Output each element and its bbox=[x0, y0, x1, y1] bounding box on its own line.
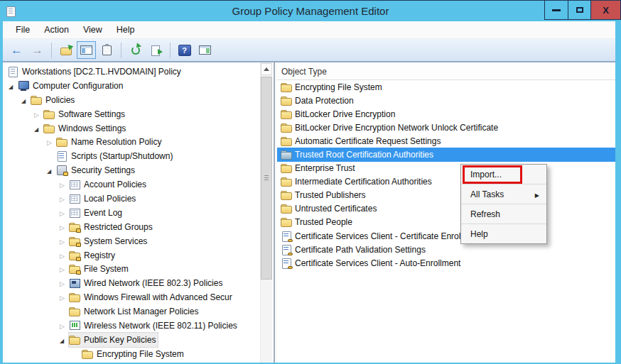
tree-expander-collapsed-icon[interactable] bbox=[60, 293, 69, 302]
up-one-level-button[interactable] bbox=[56, 41, 75, 59]
tree-expander-expanded-icon[interactable] bbox=[60, 336, 69, 344]
tree-item-windows-settings[interactable]: Windows Settings bbox=[3, 121, 274, 136]
list-item-intermediate-certification-authorities[interactable]: Intermediate Certification Authorities bbox=[277, 175, 615, 189]
tree-item-file-system[interactable]: File System bbox=[3, 262, 274, 276]
tree-expander-collapsed-icon[interactable] bbox=[60, 194, 69, 203]
list-item-data-protection[interactable]: Data Protection bbox=[277, 94, 615, 107]
folder-icon bbox=[31, 95, 42, 105]
menu-help[interactable]: Help bbox=[109, 25, 142, 35]
tree-item-wired-network-ieee-802-3-policies[interactable]: Wired Network (IEEE 802.3) Policies bbox=[3, 276, 274, 290]
list-item-untrusted-certificates[interactable]: Untrusted Certificates bbox=[277, 202, 615, 216]
minus-icon bbox=[552, 9, 561, 11]
tree-expander-expanded-icon[interactable] bbox=[21, 96, 31, 104]
toolbar bbox=[3, 39, 615, 62]
folder-icon bbox=[281, 204, 292, 214]
tree-expander-collapsed-icon[interactable] bbox=[60, 223, 69, 231]
tree-item-wireless-network-ieee-802-11-policies[interactable]: Wireless Network (IEEE 802.11) Policies bbox=[3, 319, 274, 333]
menubar: FileActionViewHelp bbox=[3, 21, 615, 39]
tree-item-software-settings[interactable]: Software Settings bbox=[3, 107, 274, 121]
tree-expander-collapsed-icon[interactable] bbox=[47, 138, 56, 146]
app-gpo-scroll-icon bbox=[5, 6, 16, 16]
tree-item-public-key-policies[interactable]: Public Key Policies bbox=[3, 333, 274, 347]
folder-icon bbox=[281, 123, 292, 133]
help-button[interactable] bbox=[175, 41, 194, 59]
list-item-trusted-root-certification-authorities[interactable]: Trusted Root Certification Authorities bbox=[277, 148, 615, 161]
lock-icon bbox=[76, 270, 81, 275]
tree-item-local-policies[interactable]: Local Policies bbox=[3, 192, 274, 206]
tree-expander-collapsed-icon[interactable] bbox=[60, 321, 69, 330]
tree-item-workstations-dc2-tl-hvdomain-policy[interactable]: Workstations [DC2.TL.HVDOMAIN] Policy bbox=[3, 65, 274, 79]
list-item-enterprise-trust[interactable]: Enterprise Trust bbox=[277, 162, 615, 175]
tree-expander-expanded-icon[interactable] bbox=[47, 166, 56, 175]
list-item-trusted-publishers[interactable]: Trusted Publishers bbox=[277, 189, 615, 202]
context-menu-items: Import...All TasksRefreshHelp bbox=[461, 165, 546, 243]
minimize-button[interactable] bbox=[545, 1, 568, 19]
tree-expander-expanded-icon[interactable] bbox=[9, 82, 18, 90]
list-item-bitlocker-drive-encryption[interactable]: BitLocker Drive Encryption bbox=[277, 107, 615, 121]
list-item-certificate-services-client-certificate-en[interactable]: Certificate Services Client - Certificat… bbox=[277, 229, 615, 243]
back-button[interactable] bbox=[7, 41, 26, 59]
folder-icon bbox=[281, 163, 292, 173]
tree-item-security-settings[interactable]: Security Settings bbox=[3, 163, 274, 177]
key-icon bbox=[288, 253, 293, 255]
tree-expander-collapsed-icon[interactable] bbox=[60, 251, 69, 260]
wired-network-icon bbox=[69, 278, 80, 288]
action-pane-toggle[interactable] bbox=[195, 41, 215, 59]
tree-item-restricted-groups[interactable]: Restricted Groups bbox=[3, 220, 274, 234]
tree-item-label: Encrypting File System bbox=[96, 349, 184, 359]
tree-scrollbar[interactable] bbox=[260, 62, 272, 363]
export-list-button[interactable] bbox=[146, 41, 166, 59]
list-item-bitlocker-drive-encryption-network-unlock-[interactable]: BitLocker Drive Encryption Network Unloc… bbox=[277, 121, 615, 134]
close-button[interactable] bbox=[590, 1, 620, 19]
result-list: Encrypting File SystemData ProtectionBit… bbox=[277, 80, 615, 270]
object-type-column-header[interactable]: Object Type bbox=[277, 64, 615, 80]
tree-expander-expanded-icon[interactable] bbox=[34, 124, 43, 133]
list-item-label: Encrypting File System bbox=[295, 82, 382, 92]
tree-expander-collapsed-icon[interactable] bbox=[34, 110, 43, 118]
tree-item-windows-firewall-with-advanced-secur[interactable]: Windows Firewall with Advanced Secur bbox=[3, 290, 274, 304]
list-item-automatic-certificate-request-settings[interactable]: Automatic Certificate Request Settings bbox=[277, 134, 615, 148]
tree-item-registry[interactable]: Registry bbox=[3, 248, 274, 263]
tree-expander-collapsed-icon[interactable] bbox=[60, 279, 69, 287]
context-menu-item-refresh[interactable]: Refresh bbox=[461, 204, 546, 224]
context-menu-item-help[interactable]: Help bbox=[461, 224, 546, 243]
refresh-button[interactable] bbox=[126, 41, 145, 59]
tree-item-event-log[interactable]: Event Log bbox=[3, 206, 274, 220]
tree-item-policies[interactable]: Policies bbox=[3, 93, 274, 107]
tree-expander-collapsed-icon[interactable] bbox=[60, 237, 69, 246]
menu-file[interactable]: File bbox=[9, 25, 37, 35]
menu-view[interactable]: View bbox=[76, 25, 109, 35]
forward-button[interactable] bbox=[28, 41, 47, 59]
console-tree-toggle[interactable] bbox=[77, 41, 96, 59]
tree-item-network-list-manager-policies[interactable]: Network List Manager Policies bbox=[3, 304, 274, 319]
list-item-certificate-services-client-auto-enrollmen[interactable]: Certificate Services Client - Auto-Enrol… bbox=[277, 256, 615, 270]
tree-expander-collapsed-icon[interactable] bbox=[60, 209, 69, 217]
maximize-button[interactable] bbox=[568, 1, 590, 19]
toolbar-separator bbox=[121, 43, 122, 58]
tree-item-inner: Windows Firewall with Advanced Secur bbox=[69, 290, 234, 304]
list-item-trusted-people[interactable]: Trusted People bbox=[277, 216, 615, 229]
tree-expander-collapsed-icon[interactable] bbox=[60, 265, 69, 273]
tree-item-label: Local Policies bbox=[83, 194, 136, 204]
tree-item-computer-configuration[interactable]: Computer Configuration bbox=[3, 79, 274, 93]
tree-item-encrypting-file-system[interactable]: Encrypting File System bbox=[3, 347, 274, 361]
context-menu-item-import[interactable]: Import... bbox=[461, 165, 546, 184]
context-menu-item-all-tasks[interactable]: All Tasks bbox=[461, 184, 546, 204]
tree-expander-collapsed-icon[interactable] bbox=[60, 180, 69, 189]
tree-item-name-resolution-policy[interactable]: Name Resolution Policy bbox=[3, 135, 274, 149]
list-item-certificate-path-validation-settings[interactable]: Certificate Path Validation Settings bbox=[277, 243, 615, 256]
menu-action[interactable]: Action bbox=[37, 25, 76, 35]
list-item-encrypting-file-system[interactable]: Encrypting File System bbox=[277, 80, 615, 94]
scrollbar-thumb[interactable] bbox=[261, 77, 272, 280]
tree-item-inner: Security Settings bbox=[56, 163, 137, 177]
properties-button[interactable] bbox=[97, 41, 117, 59]
tree-item-scripts-startup-shutdown[interactable]: Scripts (Startup/Shutdown) bbox=[3, 149, 274, 163]
tree-item-account-policies[interactable]: Account Policies bbox=[3, 177, 274, 192]
scrollbar-up-arrow[interactable] bbox=[261, 63, 272, 75]
tree-item-data-protection[interactable]: Data Protection bbox=[3, 361, 274, 363]
tree-item-system-services[interactable]: System Services bbox=[3, 234, 274, 248]
tree-item-label: Workstations [DC2.TL.HVDOMAIN] Policy bbox=[21, 67, 181, 77]
tree-item-inner: System Services bbox=[69, 234, 149, 248]
computer-icon bbox=[18, 81, 29, 91]
folder-icon bbox=[69, 307, 80, 316]
